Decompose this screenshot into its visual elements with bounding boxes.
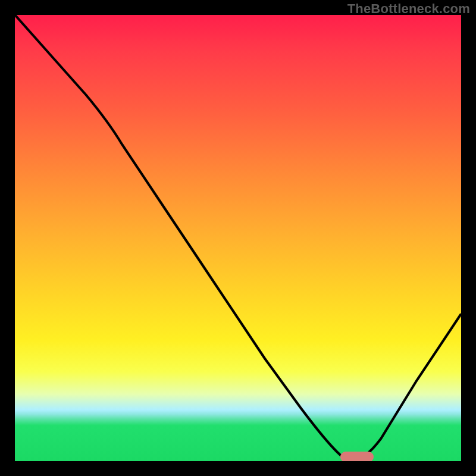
chart-frame: TheBottleneck.com (0, 0, 476, 476)
watermark-text: TheBottleneck.com (347, 1, 470, 17)
optimal-marker (340, 452, 374, 462)
plot-area (15, 15, 461, 461)
bottleneck-curve (15, 15, 461, 461)
curve-path (15, 15, 461, 458)
